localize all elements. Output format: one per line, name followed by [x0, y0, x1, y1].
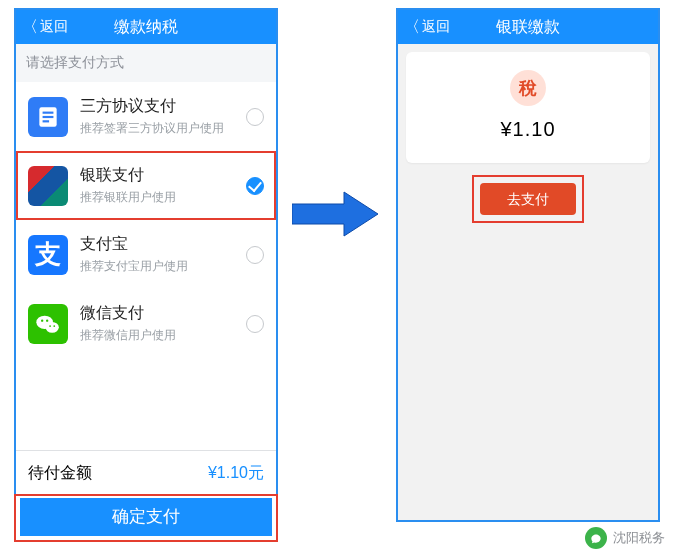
chevron-left-icon: 〈	[404, 17, 420, 38]
svg-point-9	[53, 325, 55, 327]
payment-method-screen: 〈 返回 缴款纳税 请选择支付方式 三方协议支付 推荐签署三方协议用户使用 银联…	[14, 8, 278, 542]
header: 〈 返回 银联缴款	[398, 10, 658, 44]
section-label: 请选择支付方式	[16, 44, 276, 82]
radio-checked-icon[interactable]	[246, 177, 264, 195]
amount-label: 待付金额	[28, 463, 92, 484]
option-tripartite[interactable]: 三方协议支付 推荐签署三方协议用户使用	[16, 82, 276, 151]
svg-marker-10	[292, 192, 378, 236]
amount-bar: 待付金额 ¥1.10元	[16, 450, 276, 496]
wechat-account-icon	[585, 527, 607, 549]
tax-stamp-icon: 稅	[510, 70, 546, 106]
svg-rect-1	[43, 111, 54, 113]
back-button[interactable]: 〈 返回	[398, 17, 450, 38]
radio-unchecked-icon[interactable]	[246, 315, 264, 333]
option-sub: 推荐微信用户使用	[80, 327, 246, 344]
go-pay-button[interactable]: 去支付	[480, 183, 576, 215]
arrow-right-icon	[292, 190, 378, 238]
header: 〈 返回 缴款纳税	[16, 10, 276, 44]
back-button[interactable]: 〈 返回	[16, 17, 68, 38]
svg-rect-3	[43, 120, 50, 122]
pay-button-highlight: 去支付	[474, 177, 582, 221]
price: ¥1.10	[500, 118, 555, 141]
document-icon	[28, 97, 68, 137]
payment-options-list: 三方协议支付 推荐签署三方协议用户使用 银联支付 推荐银联用户使用 支 支付宝 …	[16, 82, 276, 450]
option-name: 银联支付	[80, 165, 246, 186]
svg-point-6	[41, 319, 43, 321]
svg-point-5	[46, 321, 59, 332]
back-label: 返回	[422, 18, 450, 36]
unionpay-screen: 〈 返回 银联缴款 稅 ¥1.10 去支付	[396, 8, 660, 522]
alipay-icon: 支	[28, 235, 68, 275]
svg-rect-2	[43, 115, 54, 117]
svg-point-8	[49, 325, 51, 327]
watermark-text: 沈阳税务	[613, 529, 665, 547]
back-label: 返回	[40, 18, 68, 36]
wechat-icon	[28, 304, 68, 344]
chevron-left-icon: 〈	[22, 17, 38, 38]
radio-unchecked-icon[interactable]	[246, 108, 264, 126]
svg-point-7	[46, 319, 48, 321]
option-sub: 推荐支付宝用户使用	[80, 258, 246, 275]
option-name: 支付宝	[80, 234, 246, 255]
option-alipay[interactable]: 支 支付宝 推荐支付宝用户使用	[16, 220, 276, 289]
unionpay-icon	[28, 166, 68, 206]
body: 稅 ¥1.10 去支付	[398, 44, 658, 520]
option-sub: 推荐银联用户使用	[80, 189, 246, 206]
option-unionpay[interactable]: 银联支付 推荐银联用户使用	[16, 151, 276, 220]
radio-unchecked-icon[interactable]	[246, 246, 264, 264]
amount-card: 稅 ¥1.10	[406, 52, 650, 163]
option-name: 微信支付	[80, 303, 246, 324]
option-wechat[interactable]: 微信支付 推荐微信用户使用	[16, 289, 276, 358]
watermark: 沈阳税务	[585, 527, 665, 549]
option-sub: 推荐签署三方协议用户使用	[80, 120, 246, 137]
confirm-pay-button[interactable]: 确定支付	[20, 498, 272, 536]
option-name: 三方协议支付	[80, 96, 246, 117]
amount-value: ¥1.10元	[208, 463, 264, 484]
confirm-highlight: 确定支付	[16, 496, 276, 540]
